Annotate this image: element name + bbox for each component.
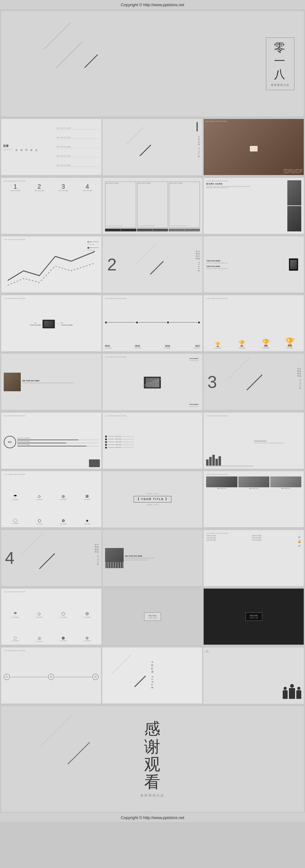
tablet-img: [144, 377, 161, 389]
photo-2: [238, 476, 269, 487]
laptop-img: [89, 459, 100, 467]
click-header: CLICK TO ADD YOUR TITLE IN HERE: [206, 415, 301, 417]
photo-3: [270, 476, 301, 487]
slide-crosswalk: ADD YOUR TEXT HERE 这里输入说明文字这里输入说明文字这里输入说…: [102, 530, 203, 586]
contents-add-title: ADD YOUR TITLE HERE: [57, 127, 99, 129]
num-label: YOUR TITLE HERE: [58, 190, 68, 191]
cover-chinese-title: 零一八: [271, 41, 289, 81]
title-item: YOUR TITLE HERE: [206, 537, 251, 539]
line: [108, 442, 114, 442]
topic-label: YOUR TOPIC: [115, 444, 122, 445]
slide-work-hard: CLICK TO ADD YOUR TITLE IN HERE WORK HAR…: [204, 178, 304, 234]
arrow: →: [56, 322, 59, 325]
click-header: CLICK TO ADD YOUR TITLE IN HERE: [206, 180, 286, 182]
thankyou-subtitle: 春秋视觉出品: [141, 793, 164, 798]
tablet-screen: [290, 260, 297, 269]
diamond-icon: ◇: [38, 494, 40, 498]
person-1: [283, 687, 287, 699]
slide-extra-2: YOUR TITLE: [102, 647, 202, 704]
timeline-dot: [105, 321, 107, 323]
timeline-line: [108, 322, 135, 322]
timeline-dot: [136, 321, 138, 323]
hexagon-icon: ⬡: [61, 611, 65, 616]
tablet-body: 这里输入说明文字这里输入说明文字这里输入说明文字: [206, 262, 287, 264]
slide-your-title-1: YOUR TITLE: [102, 119, 203, 175]
year: 2014: [105, 345, 110, 347]
contents-sublabel: CONTENTS: [3, 149, 14, 150]
year-desc: YOUR HEADER: [164, 348, 171, 349]
box-title: ADD YOUR TITLE HERE: [138, 183, 167, 184]
chart-icon2: [87, 247, 89, 249]
your-title-top: YOUR TITLE: [146, 493, 158, 495]
photo-label: ADD YOUR TITLE: [270, 488, 301, 489]
icon-label: YOUR HEADER: [84, 499, 91, 500]
number-circle-1: 01: [4, 674, 10, 680]
title-item: YOUR TITLE HERE: [252, 537, 297, 539]
stat-label: ADD YOUR TITLE HERE: [18, 438, 99, 439]
num-label: YOUR TITLE HERE: [83, 190, 92, 191]
slide-four-numbers: CLICK TO ADD YOUR TITLE IN HERE 1 YOUR T…: [1, 178, 101, 234]
your-header-label2: YOUR HEADER: [189, 404, 199, 405]
slide-cover: 零一八 春秋视觉出品: [1, 11, 304, 117]
box-title: ADD YOUR TITLE HERE: [106, 183, 135, 184]
title-item: YOUR TITLE HERE: [252, 539, 297, 541]
topic-label: YOUR TOPIC: [115, 439, 122, 440]
slide-number-3: 3: [207, 372, 217, 392]
year: 2017: [195, 345, 200, 347]
title-label: YOUR TITLE HERE: [30, 324, 41, 326]
umbrella-icon: ☂: [13, 611, 18, 616]
line: [108, 439, 114, 439]
slide-number-4: 4: [5, 548, 14, 568]
person-3: [296, 687, 301, 699]
icon-label: YOUR HEADER: [60, 640, 67, 642]
icon-label: YOUR HEADER: [60, 524, 67, 525]
trophy-1: 🏆: [215, 342, 220, 347]
monitor: [42, 320, 55, 329]
timeline-dot: [167, 321, 169, 323]
your-title-vertical: YOUR TITLE HERE: [195, 250, 200, 278]
tablet-title2: YOUR TITLE HERE: [206, 266, 287, 267]
top-label: 请输入标题: [148, 615, 157, 616]
num-label: YOUR TITLE HERE: [10, 190, 20, 191]
chart-label: ADD YOUR TITLE: [90, 241, 99, 243]
slide-circle-stats: CLICK TO ADD YOUR TITLE IN HERE 80% ADD …: [1, 413, 101, 469]
crosswalk-photo: [105, 548, 124, 568]
tablet-device: [289, 258, 298, 271]
icon-label: YOUR HEADER: [36, 617, 43, 618]
copyright-top: Copyright © http://www.pptstore.net: [0, 0, 305, 10]
contents-add-title: ADD YOUR TITLE HERE: [57, 164, 99, 167]
box-text: Lorem ipsum dolor sit amet consectetur: [138, 225, 167, 226]
extra-sub: 零一八: [206, 652, 210, 653]
photo-label: ADD YOUR TITLE: [206, 488, 237, 489]
chart-label2: ADD YOUR TITLE: [90, 247, 99, 248]
chart-icon: [87, 241, 89, 243]
people-photo: [4, 373, 21, 391]
circle-stat: 80%: [4, 436, 16, 448]
click-header: CLICK TO ADD YOUR TITLE IN HERE: [105, 298, 200, 299]
slide-three-boxes: ADD YOUR TITLE HERE Lorem ipsum dolor si…: [102, 178, 203, 234]
photo-1: [206, 476, 237, 487]
click-header: CLICK TO ADD YOUR TITLE IN HERE: [4, 239, 99, 240]
number-box: 01: [105, 228, 136, 231]
work-hard-title: WORK HARD: [206, 183, 286, 185]
monitor-screen: [44, 321, 53, 327]
title-bar-accent: [196, 122, 198, 131]
timeline-line: [139, 322, 166, 322]
big-num-4: 4: [86, 183, 89, 190]
slide-timeline: CLICK TO ADD YOUR TITLE IN HERE 2014 201…: [102, 295, 203, 351]
subtitle-label: 这里输入人标题: [148, 617, 157, 619]
work-photo-1: [287, 180, 301, 206]
grid-icon: ⊞: [86, 494, 89, 498]
star-icon: ★: [86, 519, 89, 523]
slide-people-silhouettes: 2018 零一八: [203, 647, 304, 704]
cover-subtitle: 春秋视觉出品: [271, 83, 289, 87]
icon-label: YOUR HEADER: [12, 640, 19, 642]
icon-label: YOUR HEADER: [84, 524, 91, 525]
icon-label: YOUR HEADER: [36, 641, 43, 642]
trophy-label: YOUR HEADER: [286, 348, 293, 349]
bar: [215, 459, 218, 466]
topic-label: YOUR TOPIC: [115, 441, 122, 443]
slide-line-chart: CLICK TO ADD YOUR TITLE IN HERE ADD YOUR…: [1, 236, 101, 292]
click-header: CLICK TO ADD YOUR TITLE IN HERE: [206, 532, 301, 534]
slide-your-title-bracket: YOUR TITLE 【 YOUR TITLE 】 YOUR TITLE: [102, 471, 203, 528]
